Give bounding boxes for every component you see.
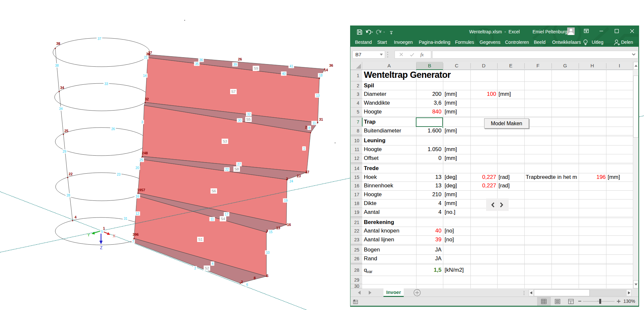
svg-text:3: 3: [141, 120, 143, 124]
svg-text:30: 30: [146, 52, 150, 56]
svg-text:13: 13: [316, 94, 320, 97]
svg-text:4: 4: [75, 215, 77, 219]
svg-text:1957: 1957: [137, 188, 145, 192]
svg-text:29: 29: [62, 150, 66, 153]
svg-text:5: 5: [266, 274, 268, 278]
svg-text:S2: S2: [205, 266, 209, 270]
svg-text:2: 2: [305, 125, 307, 129]
svg-text:31: 31: [319, 117, 323, 121]
svg-text:28: 28: [66, 194, 70, 197]
svg-text:25: 25: [64, 129, 68, 133]
svg-text:39: 39: [233, 63, 237, 66]
svg-text:25: 25: [139, 158, 143, 162]
svg-text:14: 14: [324, 68, 328, 72]
svg-text:12: 12: [135, 212, 139, 215]
svg-text:2: 2: [286, 177, 288, 181]
svg-text:11: 11: [313, 121, 316, 125]
svg-text:S9: S9: [254, 66, 258, 70]
svg-text:33: 33: [104, 82, 108, 86]
svg-text:15: 15: [269, 230, 273, 234]
svg-text:23: 23: [117, 173, 121, 176]
svg-text:8: 8: [254, 276, 256, 280]
svg-text:24: 24: [289, 180, 293, 183]
svg-text:S5: S5: [246, 117, 250, 121]
svg-text:21: 21: [144, 56, 148, 59]
svg-text:8: 8: [308, 126, 310, 130]
svg-text:35: 35: [195, 62, 199, 66]
svg-text:S6: S6: [212, 189, 216, 193]
svg-text:7: 7: [132, 240, 134, 244]
svg-text:11: 11: [211, 217, 214, 221]
svg-text:396: 396: [133, 232, 139, 236]
svg-text:31: 31: [124, 217, 127, 220]
svg-text:34: 34: [60, 86, 64, 90]
svg-text:16: 16: [135, 195, 139, 198]
svg-text:34: 34: [59, 107, 63, 111]
svg-text:16: 16: [287, 223, 291, 227]
svg-text:2: 2: [241, 280, 243, 284]
svg-text:18: 18: [319, 74, 323, 77]
svg-text:2: 2: [194, 267, 196, 270]
svg-text:32: 32: [247, 112, 251, 116]
svg-text:27: 27: [237, 163, 241, 166]
svg-text:Y: Y: [87, 233, 90, 237]
svg-text:1: 1: [103, 226, 105, 230]
svg-text:26: 26: [238, 57, 242, 61]
svg-text:S7: S7: [231, 90, 235, 94]
svg-text:14: 14: [143, 74, 147, 78]
svg-text:20: 20: [135, 166, 139, 170]
svg-text:S3: S3: [223, 139, 227, 143]
svg-text:22: 22: [225, 168, 229, 171]
svg-text:S4: S4: [221, 217, 225, 221]
svg-text:19: 19: [284, 199, 288, 202]
svg-text:23: 23: [297, 174, 301, 178]
svg-text:fx: fx: [420, 52, 424, 57]
svg-text:S8: S8: [234, 167, 239, 171]
svg-text:X: X: [113, 234, 115, 238]
svg-text:5: 5: [101, 230, 103, 233]
svg-text:40: 40: [282, 72, 286, 76]
svg-text:17: 17: [225, 213, 229, 216]
svg-text:6: 6: [246, 283, 248, 286]
svg-text:7: 7: [266, 229, 268, 233]
svg-text:36: 36: [199, 58, 203, 62]
svg-text:10: 10: [266, 251, 270, 254]
svg-text:248: 248: [142, 151, 148, 155]
svg-text:1: 1: [303, 147, 305, 150]
svg-text:30: 30: [238, 119, 242, 122]
svg-text:37: 37: [97, 37, 101, 41]
svg-text:13: 13: [276, 226, 280, 230]
svg-text:4: 4: [212, 262, 213, 266]
svg-text:27: 27: [305, 170, 309, 174]
svg-text:Z: Z: [100, 246, 102, 250]
svg-text:26: 26: [111, 127, 115, 131]
svg-text:22: 22: [69, 172, 73, 176]
svg-text:38: 38: [55, 64, 59, 67]
svg-text:32: 32: [145, 97, 149, 101]
svg-text:41: 41: [289, 64, 293, 68]
svg-text:S1: S1: [198, 237, 202, 241]
svg-text:36: 36: [329, 63, 333, 67]
svg-text:38: 38: [56, 42, 60, 45]
